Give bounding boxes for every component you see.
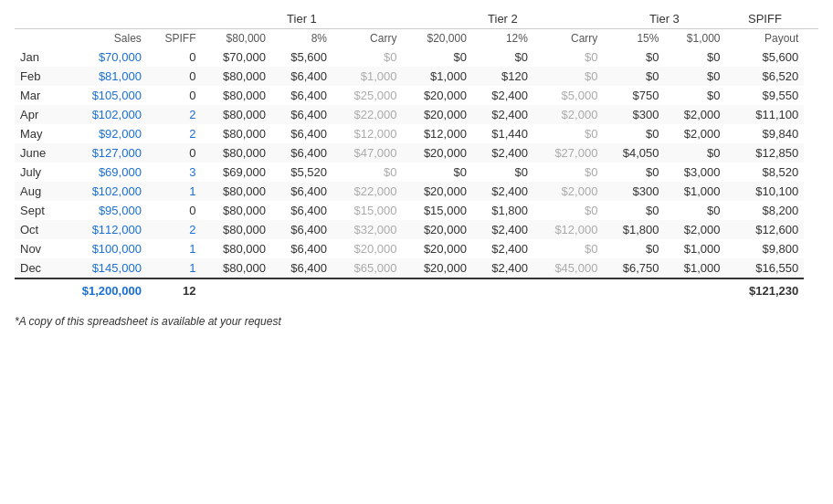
table-cell: $2,000 xyxy=(664,105,725,124)
month-subheader xyxy=(15,29,56,48)
table-cell: $102,000 xyxy=(56,105,147,124)
table-cell: $2,400 xyxy=(472,143,533,163)
table-cell: $10,100 xyxy=(726,182,805,201)
table-cell: $8,200 xyxy=(726,201,805,220)
spiff-header: SPIFF xyxy=(726,9,805,29)
table-cell: $100,000 xyxy=(56,239,147,258)
table-cell: $0 xyxy=(603,67,664,86)
table-cell: $120 xyxy=(472,67,533,86)
table-cell: $20,000 xyxy=(402,86,471,105)
table-cell: $0 xyxy=(603,239,664,258)
t2-carry-subheader: Carry xyxy=(533,29,603,48)
t1-pct-subheader: 8% xyxy=(271,29,332,48)
table-cell: $80,000 xyxy=(202,239,271,258)
table-cell: $9,840 xyxy=(726,124,805,143)
table-row: Nov$100,0001$80,000$6,400$20,000$20,000$… xyxy=(15,239,818,258)
t2-pct-subheader: 12% xyxy=(472,29,533,48)
table-row: Feb$81,0000$80,000$6,400$1,000$1,000$120… xyxy=(15,67,818,86)
table-cell: $145,000 xyxy=(56,258,147,278)
table-cell: June xyxy=(15,143,56,163)
table-cell: $80,000 xyxy=(202,201,271,220)
table-cell: $5,600 xyxy=(726,47,805,67)
table-cell: $2,000 xyxy=(664,124,725,143)
table-cell: $80,000 xyxy=(202,220,271,239)
table-cell: $1,000 xyxy=(664,182,725,201)
table-cell: $81,000 xyxy=(56,67,147,86)
table-cell: Sept xyxy=(15,201,56,220)
table-cell: $12,000 xyxy=(402,124,471,143)
table-cell: $2,000 xyxy=(533,182,603,201)
table-cell: $0 xyxy=(533,163,603,182)
table-cell: $92,000 xyxy=(56,124,147,143)
table-cell: $6,400 xyxy=(271,220,332,239)
table-cell: $300 xyxy=(603,182,664,201)
total-month-cell xyxy=(15,278,56,300)
t1-carry-subheader: Carry xyxy=(332,29,402,48)
table-row: June$127,0000$80,000$6,400$47,000$20,000… xyxy=(15,143,818,163)
table-cell: 2 xyxy=(147,220,202,239)
table-row: Mar$105,0000$80,000$6,400$25,000$20,000$… xyxy=(15,86,818,105)
table-cell: Feb xyxy=(15,67,56,86)
t2-sales-subheader: $20,000 xyxy=(402,29,471,48)
total-blank3 xyxy=(332,278,402,300)
table-cell: $69,000 xyxy=(56,163,147,182)
table-cell: 0 xyxy=(147,86,202,105)
tier3-header: Tier 3 xyxy=(603,9,725,29)
table-cell: $6,520 xyxy=(726,67,805,86)
table-cell: $15,000 xyxy=(402,201,471,220)
total-blank1 xyxy=(202,278,271,300)
table-cell: $70,000 xyxy=(202,47,271,67)
table-cell: $95,000 xyxy=(56,201,147,220)
table-cell: $0 xyxy=(533,67,603,86)
table-cell: $6,400 xyxy=(271,67,332,86)
table-cell: 0 xyxy=(147,143,202,163)
table-cell: $0 xyxy=(402,47,471,67)
table-cell: 1 xyxy=(147,258,202,278)
table-cell: $0 xyxy=(332,163,402,182)
table-cell: $47,000 xyxy=(332,143,402,163)
table-cell: May xyxy=(15,124,56,143)
table-cell: 2 xyxy=(147,105,202,124)
compensation-table: Tier 1 Tier 2 Tier 3 SPIFF Sales SPIFF $… xyxy=(15,9,818,300)
table-cell: $0 xyxy=(332,47,402,67)
table-cell: $12,600 xyxy=(726,220,805,239)
table-cell: $2,400 xyxy=(472,86,533,105)
table-cell: $1,800 xyxy=(603,220,664,239)
table-cell: $1,000 xyxy=(664,258,725,278)
table-cell: $1,000 xyxy=(402,67,471,86)
table-cell: $6,400 xyxy=(271,124,332,143)
tier2-header: Tier 2 xyxy=(402,9,603,29)
table-cell: $6,400 xyxy=(271,105,332,124)
table-cell: $2,400 xyxy=(472,105,533,124)
payout-header-blank xyxy=(804,9,818,29)
table-cell: $750 xyxy=(603,86,664,105)
table-row: Sept$95,0000$80,000$6,400$15,000$15,000$… xyxy=(15,201,818,220)
table-cell: $2,400 xyxy=(472,239,533,258)
table-cell: Jan xyxy=(15,47,56,67)
t3-pct-subheader: 15% xyxy=(603,29,664,48)
table-cell: $127,000 xyxy=(56,143,147,163)
table-cell: $22,000 xyxy=(332,105,402,124)
total-blank4 xyxy=(402,278,471,300)
table-cell: $0 xyxy=(603,163,664,182)
table-cell: $0 xyxy=(603,47,664,67)
table-row: July$69,0003$69,000$5,520$0$0$0$0$0$3,00… xyxy=(15,163,818,182)
table-row: May$92,0002$80,000$6,400$12,000$12,000$1… xyxy=(15,124,818,143)
table-cell: $300 xyxy=(603,105,664,124)
table-cell: $6,400 xyxy=(271,258,332,278)
table-cell: $0 xyxy=(472,163,533,182)
table-cell: $0 xyxy=(603,124,664,143)
table-cell: $0 xyxy=(664,47,725,67)
table-cell: $8,520 xyxy=(726,163,805,182)
table-cell: $102,000 xyxy=(56,182,147,201)
table-cell: $0 xyxy=(603,201,664,220)
table-cell: $20,000 xyxy=(402,258,471,278)
table-cell: $6,400 xyxy=(271,239,332,258)
table-cell: $80,000 xyxy=(202,86,271,105)
table-cell: $2,400 xyxy=(472,182,533,201)
footnote: *A copy of this spreadsheet is available… xyxy=(15,315,818,328)
table-cell: $11,100 xyxy=(726,105,805,124)
table-cell: $1,000 xyxy=(332,67,402,86)
table-cell: $20,000 xyxy=(402,239,471,258)
table-cell: 0 xyxy=(147,67,202,86)
